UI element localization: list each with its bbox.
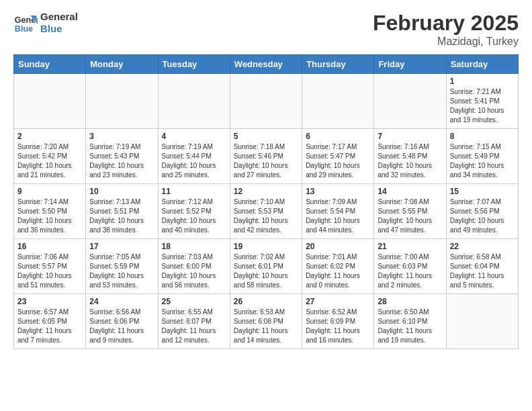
day-number: 17 xyxy=(89,242,154,251)
table-row: 23Sunrise: 6:57 AM Sunset: 6:05 PM Dayli… xyxy=(14,294,86,349)
table-row: 17Sunrise: 7:05 AM Sunset: 5:59 PM Dayli… xyxy=(86,239,158,294)
table-row: 1Sunrise: 7:21 AM Sunset: 5:41 PM Daylig… xyxy=(446,74,518,129)
col-sunday: Sunday xyxy=(14,55,86,74)
day-number: 4 xyxy=(162,132,226,141)
table-row: 22Sunrise: 6:58 AM Sunset: 6:04 PM Dayli… xyxy=(446,239,518,294)
day-info: Sunrise: 7:20 AM Sunset: 5:42 PM Dayligh… xyxy=(17,142,82,180)
col-friday: Friday xyxy=(374,55,446,74)
day-number: 24 xyxy=(89,297,154,306)
table-row: 25Sunrise: 6:55 AM Sunset: 6:07 PM Dayli… xyxy=(158,294,230,349)
day-number: 23 xyxy=(17,297,82,306)
col-saturday: Saturday xyxy=(446,55,518,74)
day-info: Sunrise: 7:02 AM Sunset: 6:01 PM Dayligh… xyxy=(234,253,298,290)
table-row: 26Sunrise: 6:53 AM Sunset: 6:08 PM Dayli… xyxy=(230,294,302,349)
table-row: 5Sunrise: 7:18 AM Sunset: 5:46 PM Daylig… xyxy=(230,129,302,184)
table-row xyxy=(302,74,374,129)
col-tuesday: Tuesday xyxy=(158,55,230,74)
calendar-week-row: 23Sunrise: 6:57 AM Sunset: 6:05 PM Dayli… xyxy=(14,294,519,349)
day-info: Sunrise: 6:52 AM Sunset: 6:09 PM Dayligh… xyxy=(306,308,370,345)
day-info: Sunrise: 7:17 AM Sunset: 5:47 PM Dayligh… xyxy=(306,142,370,180)
table-row: 8Sunrise: 7:15 AM Sunset: 5:49 PM Daylig… xyxy=(446,129,518,184)
table-row: 27Sunrise: 6:52 AM Sunset: 6:09 PM Dayli… xyxy=(302,294,374,349)
day-info: Sunrise: 7:01 AM Sunset: 6:02 PM Dayligh… xyxy=(306,253,370,290)
table-row: 9Sunrise: 7:14 AM Sunset: 5:50 PM Daylig… xyxy=(14,184,86,239)
day-number: 12 xyxy=(234,187,298,196)
calendar-week-row: 1Sunrise: 7:21 AM Sunset: 5:41 PM Daylig… xyxy=(14,74,519,129)
calendar-table: Sunday Monday Tuesday Wednesday Thursday… xyxy=(13,54,519,349)
day-info: Sunrise: 7:15 AM Sunset: 5:49 PM Dayligh… xyxy=(450,142,515,180)
day-info: Sunrise: 6:50 AM Sunset: 6:10 PM Dayligh… xyxy=(378,308,442,345)
calendar-week-row: 2Sunrise: 7:20 AM Sunset: 5:42 PM Daylig… xyxy=(14,129,519,184)
table-row: 7Sunrise: 7:16 AM Sunset: 5:48 PM Daylig… xyxy=(374,129,446,184)
table-row: 13Sunrise: 7:09 AM Sunset: 5:54 PM Dayli… xyxy=(302,184,374,239)
day-number: 5 xyxy=(234,132,298,141)
col-thursday: Thursday xyxy=(302,55,374,74)
day-number: 9 xyxy=(17,187,82,196)
col-monday: Monday xyxy=(86,55,158,74)
day-number: 8 xyxy=(450,132,515,141)
day-number: 2 xyxy=(17,132,82,141)
day-number: 21 xyxy=(378,242,442,251)
day-info: Sunrise: 6:57 AM Sunset: 6:05 PM Dayligh… xyxy=(17,308,82,345)
day-info: Sunrise: 7:14 AM Sunset: 5:50 PM Dayligh… xyxy=(17,197,82,235)
day-number: 28 xyxy=(378,297,442,306)
table-row: 10Sunrise: 7:13 AM Sunset: 5:51 PM Dayli… xyxy=(86,184,158,239)
day-info: Sunrise: 7:08 AM Sunset: 5:55 PM Dayligh… xyxy=(378,197,442,235)
table-row: 11Sunrise: 7:12 AM Sunset: 5:52 PM Dayli… xyxy=(158,184,230,239)
day-info: Sunrise: 7:07 AM Sunset: 5:56 PM Dayligh… xyxy=(450,197,515,235)
logo-icon: General Blue xyxy=(13,11,38,35)
day-info: Sunrise: 7:05 AM Sunset: 5:59 PM Dayligh… xyxy=(89,253,154,290)
day-number: 20 xyxy=(306,242,370,251)
table-row: 15Sunrise: 7:07 AM Sunset: 5:56 PM Dayli… xyxy=(446,184,518,239)
logo-line2: Blue xyxy=(40,23,78,35)
day-info: Sunrise: 7:13 AM Sunset: 5:51 PM Dayligh… xyxy=(89,197,154,235)
table-row: 21Sunrise: 7:00 AM Sunset: 6:03 PM Dayli… xyxy=(374,239,446,294)
day-info: Sunrise: 7:12 AM Sunset: 5:52 PM Dayligh… xyxy=(162,197,226,235)
day-info: Sunrise: 7:21 AM Sunset: 5:41 PM Dayligh… xyxy=(450,87,515,125)
day-number: 14 xyxy=(378,187,442,196)
table-row: 14Sunrise: 7:08 AM Sunset: 5:55 PM Dayli… xyxy=(374,184,446,239)
day-info: Sunrise: 6:53 AM Sunset: 6:08 PM Dayligh… xyxy=(234,308,298,345)
day-number: 10 xyxy=(89,187,154,196)
day-info: Sunrise: 6:56 AM Sunset: 6:06 PM Dayligh… xyxy=(89,308,154,345)
day-info: Sunrise: 7:03 AM Sunset: 6:00 PM Dayligh… xyxy=(162,253,226,290)
logo: General Blue General Blue xyxy=(13,11,78,35)
day-number: 26 xyxy=(234,297,298,306)
day-number: 18 xyxy=(162,242,226,251)
day-info: Sunrise: 7:16 AM Sunset: 5:48 PM Dayligh… xyxy=(378,142,442,180)
table-row xyxy=(158,74,230,129)
table-row: 4Sunrise: 7:19 AM Sunset: 5:44 PM Daylig… xyxy=(158,129,230,184)
table-row: 2Sunrise: 7:20 AM Sunset: 5:42 PM Daylig… xyxy=(14,129,86,184)
day-number: 16 xyxy=(17,242,82,251)
table-row xyxy=(14,74,86,129)
table-row: 3Sunrise: 7:19 AM Sunset: 5:43 PM Daylig… xyxy=(86,129,158,184)
title-block: February 2025 Mazidagi, Turkey xyxy=(373,11,519,48)
day-info: Sunrise: 6:55 AM Sunset: 6:07 PM Dayligh… xyxy=(162,308,226,345)
table-row: 20Sunrise: 7:01 AM Sunset: 6:02 PM Dayli… xyxy=(302,239,374,294)
day-info: Sunrise: 6:58 AM Sunset: 6:04 PM Dayligh… xyxy=(450,253,515,290)
day-number: 7 xyxy=(378,132,442,141)
day-number: 25 xyxy=(162,297,226,306)
day-info: Sunrise: 7:10 AM Sunset: 5:53 PM Dayligh… xyxy=(234,197,298,235)
day-number: 13 xyxy=(306,187,370,196)
day-info: Sunrise: 7:19 AM Sunset: 5:43 PM Dayligh… xyxy=(89,142,154,180)
day-number: 19 xyxy=(234,242,298,251)
day-number: 3 xyxy=(89,132,154,141)
table-row xyxy=(230,74,302,129)
table-row xyxy=(446,294,518,349)
logo-line1: General xyxy=(40,11,78,23)
day-number: 11 xyxy=(162,187,226,196)
header: General Blue General Blue February 2025 … xyxy=(13,11,519,48)
col-wednesday: Wednesday xyxy=(230,55,302,74)
table-row xyxy=(86,74,158,129)
day-number: 27 xyxy=(306,297,370,306)
location-title: Mazidagi, Turkey xyxy=(373,36,519,48)
calendar-week-row: 16Sunrise: 7:06 AM Sunset: 5:57 PM Dayli… xyxy=(14,239,519,294)
day-info: Sunrise: 7:06 AM Sunset: 5:57 PM Dayligh… xyxy=(17,253,82,290)
day-number: 6 xyxy=(306,132,370,141)
calendar-week-row: 9Sunrise: 7:14 AM Sunset: 5:50 PM Daylig… xyxy=(14,184,519,239)
day-number: 22 xyxy=(450,242,515,251)
page: General Blue General Blue February 2025 … xyxy=(0,0,532,360)
svg-text:Blue: Blue xyxy=(15,24,33,34)
table-row: 19Sunrise: 7:02 AM Sunset: 6:01 PM Dayli… xyxy=(230,239,302,294)
